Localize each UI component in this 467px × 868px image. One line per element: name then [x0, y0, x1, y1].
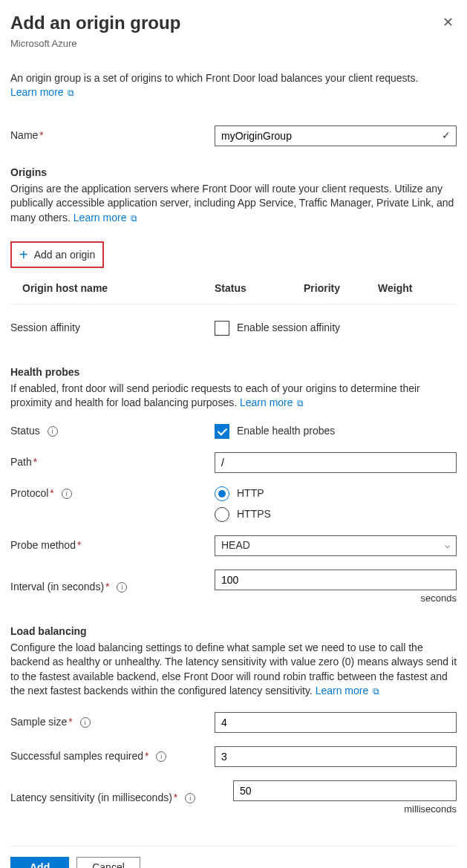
add-button[interactable]: Add: [10, 857, 69, 868]
successful-samples-label: Successful samples required* i: [10, 749, 215, 764]
enable-health-probes-checkbox[interactable]: [215, 424, 229, 439]
protocol-label: Protocol* i: [10, 486, 215, 501]
sample-size-label: Sample size* i: [10, 715, 215, 730]
load-balancing-learn-more-link[interactable]: Learn more ⧉: [316, 685, 379, 696]
info-icon[interactable]: i: [156, 751, 166, 762]
cancel-button[interactable]: Cancel: [76, 857, 140, 868]
external-link-icon: ⧉: [297, 397, 304, 410]
probe-method-label: Probe method*: [10, 538, 215, 553]
enable-health-probes-label: Enable health probes: [237, 424, 335, 439]
protocol-http-radio[interactable]: [215, 486, 229, 501]
health-probes-heading: Health probes: [10, 365, 457, 380]
status-label: Status i: [10, 424, 215, 439]
info-icon[interactable]: i: [185, 793, 195, 803]
close-icon[interactable]: ✕: [440, 10, 457, 35]
successful-samples-input[interactable]: [215, 746, 457, 767]
origins-learn-more-link[interactable]: Learn more ⧉: [74, 212, 137, 223]
session-affinity-checkbox-label: Enable session affinity: [237, 321, 340, 336]
column-weight: Weight: [378, 281, 457, 296]
origins-table-header: Origin host name Status Priority Weight: [10, 281, 457, 304]
name-input[interactable]: [215, 125, 457, 146]
probe-method-select[interactable]: HEAD ⌵: [215, 535, 457, 556]
interval-input[interactable]: [215, 570, 457, 590]
origins-heading: Origins: [10, 166, 457, 180]
protocol-https-label: HTTPS: [237, 507, 271, 522]
external-link-icon: ⧉: [373, 685, 379, 698]
sample-size-input[interactable]: [215, 712, 457, 733]
intro-text: An origin group is a set of origins to w…: [10, 72, 418, 84]
health-probes-learn-more-link[interactable]: Learn more ⧉: [240, 397, 304, 408]
session-affinity-checkbox[interactable]: [215, 321, 229, 336]
panel-subtitle: Microsoft Azure: [10, 37, 180, 50]
plus-icon: +: [19, 247, 28, 262]
info-icon[interactable]: i: [80, 717, 91, 728]
info-icon[interactable]: i: [62, 489, 72, 499]
origins-description: Origins are the application servers wher…: [10, 182, 457, 226]
session-affinity-label: Session affinity: [10, 321, 215, 336]
latency-unit: milliseconds: [233, 803, 457, 816]
info-icon[interactable]: i: [117, 582, 127, 593]
chevron-down-icon: ⌵: [445, 539, 450, 552]
column-status: Status: [215, 281, 304, 296]
external-link-icon: ⧉: [68, 87, 74, 99]
name-label: Name*: [10, 128, 215, 143]
interval-label: Interval (in seconds)* i: [10, 580, 215, 595]
interval-unit: seconds: [215, 592, 457, 605]
protocol-https-radio[interactable]: [215, 507, 229, 522]
path-input[interactable]: [215, 452, 457, 473]
protocol-http-label: HTTP: [237, 486, 264, 501]
load-balancing-heading: Load balancing: [10, 624, 457, 639]
latency-input[interactable]: [233, 780, 457, 801]
latency-label: Latency sensitivity (in milliseconds)* i: [10, 791, 233, 806]
column-host: Origin host name: [22, 281, 215, 296]
add-origin-button[interactable]: + Add an origin: [10, 241, 104, 268]
health-probes-description: If enabled, front door will send periodi…: [10, 382, 457, 411]
external-link-icon: ⧉: [131, 212, 137, 225]
panel-title: Add an origin group: [10, 10, 180, 36]
load-balancing-description: Configure the load balancing settings to…: [10, 641, 457, 699]
path-label: Path*: [10, 455, 215, 470]
intro-learn-more-link[interactable]: Learn more ⧉: [10, 86, 74, 98]
info-icon[interactable]: i: [48, 426, 58, 437]
column-priority: Priority: [304, 281, 378, 296]
